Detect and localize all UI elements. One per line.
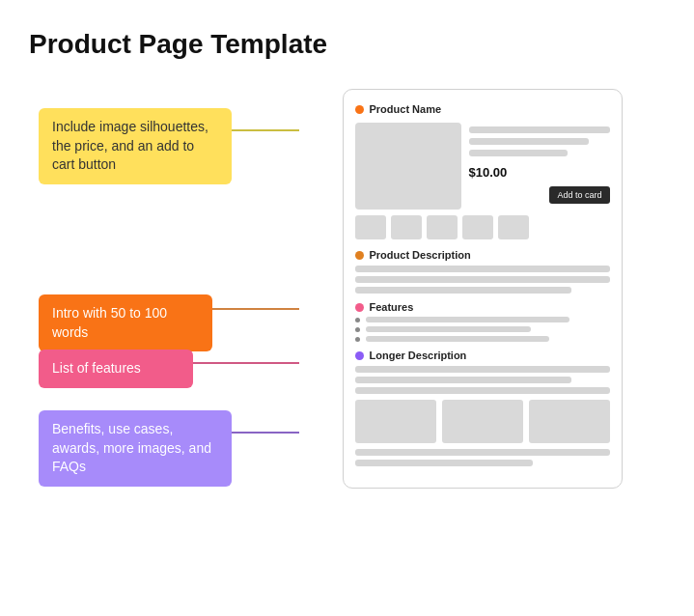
longer-desc-lines	[355, 366, 610, 394]
thumbnail-5[interactable]	[498, 215, 529, 239]
longer-line-5	[355, 460, 534, 466]
left-labels: Include image silhouettes, the price, an…	[29, 89, 299, 489]
feature-item-1	[355, 317, 610, 322]
grid-img-2	[442, 400, 523, 443]
feature-item-2	[355, 326, 610, 332]
bullet-3	[355, 337, 360, 342]
feature-line-2	[366, 326, 532, 332]
longer-line-3	[355, 387, 610, 394]
bullet-1	[355, 318, 360, 322]
label-orange: Intro with 50 to 100 words	[39, 294, 212, 351]
longer-description-section: Longer Description	[355, 350, 610, 466]
add-to-cart-button[interactable]: Add to card	[549, 186, 609, 204]
longer-line-2	[355, 377, 571, 383]
product-description-label: Product Description	[370, 249, 471, 261]
longer-desc-image-grid	[355, 400, 610, 443]
product-text-block: $10.00 Add to card	[469, 123, 610, 210]
label-purple: Benefits, use cases, awards, more images…	[39, 410, 232, 487]
thumbnail-row	[355, 215, 610, 239]
text-line-1	[469, 126, 610, 133]
features-section: Features	[355, 301, 610, 342]
product-image-row: $10.00 Add to card	[355, 123, 610, 210]
longer-description-label: Longer Description	[370, 350, 467, 361]
feature-line-1	[366, 317, 569, 322]
thumbnail-2[interactable]	[391, 215, 422, 239]
thumbnail-3[interactable]	[427, 215, 458, 239]
grid-img-1	[355, 400, 436, 443]
bullet-2	[355, 327, 360, 332]
features-label: Features	[370, 301, 414, 313]
feature-item-3	[355, 336, 610, 342]
desc-line-1	[355, 266, 610, 272]
price-text: $10.00	[469, 165, 610, 180]
features-dot	[355, 303, 364, 312]
desc-line-2	[355, 276, 610, 283]
thumbnail-1[interactable]	[355, 215, 386, 239]
feature-line-3	[366, 336, 549, 342]
mockup-card: Product Name $10.00 Add to card	[343, 89, 623, 489]
product-name-label: Product Name	[370, 103, 442, 115]
longer-desc-dot	[355, 351, 364, 360]
product-main-image	[355, 123, 461, 210]
product-description-section: Product Description	[355, 249, 610, 294]
desc-line-3	[355, 287, 571, 294]
right-mockup: Product Name $10.00 Add to card	[299, 89, 665, 489]
desc-dot	[355, 251, 364, 260]
longer-desc-lines-bottom	[355, 449, 610, 466]
grid-img-3	[529, 400, 610, 443]
content-area: Include image silhouettes, the price, an…	[29, 89, 665, 489]
text-line-2	[469, 138, 589, 145]
product-name-dot	[355, 105, 364, 114]
longer-line-4	[355, 449, 610, 456]
description-lines	[355, 266, 610, 294]
label-yellow: Include image silhouettes, the price, an…	[39, 108, 232, 184]
page-title: Product Page Template	[29, 29, 665, 60]
product-name-header: Product Name	[355, 103, 610, 115]
longer-line-1	[355, 366, 610, 373]
text-line-3	[469, 150, 568, 156]
thumbnail-4[interactable]	[462, 215, 493, 239]
label-pink: List of features	[39, 350, 193, 388]
